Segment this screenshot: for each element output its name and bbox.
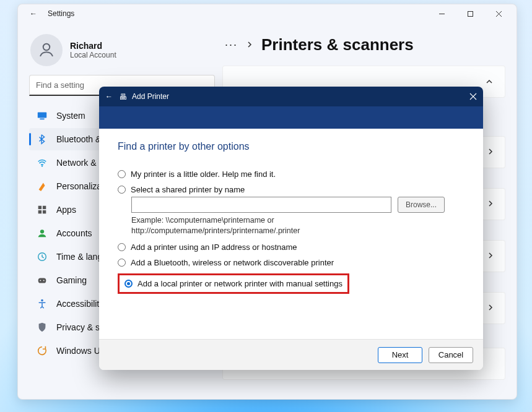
account-sub: Local Account [70,51,116,59]
minimize-button[interactable] [427,4,456,23]
back-button[interactable]: ← [27,9,40,18]
svg-point-17 [41,299,43,302]
dialog-active-bar [99,106,483,129]
account-name: Richard [70,41,116,51]
option-local-manual[interactable]: Add a local printer or network printer w… [124,279,342,288]
radio-icon[interactable] [118,259,126,267]
option-older-printer-label: My printer is a little older. Help me fi… [131,170,276,179]
dialog-footer: Next Cancel [99,339,483,370]
titlebar: ← Settings [18,4,517,23]
sidebar-item-label: System [56,111,85,121]
bluetooth-icon [37,134,48,145]
dialog-heading: Find a printer by other options [118,141,464,152]
svg-rect-6 [40,119,44,120]
next-button[interactable]: Next [378,347,422,363]
breadcrumb: ··· Printers & scanners [222,35,505,54]
window-title: Settings [48,9,74,18]
option-shared-printer-label: Select a shared printer by name [131,185,245,194]
svg-point-7 [41,165,43,166]
chevron-right-icon [487,199,494,209]
personal-icon [37,181,48,192]
option-shared-printer[interactable]: Select a shared printer by name [118,185,464,194]
svg-rect-5 [38,113,46,118]
sidebar-item-label: Network & i [56,158,101,168]
sidebar-item-label: Privacy & se [56,322,105,332]
shared-example-text: Example: \\computername\printername or h… [131,215,464,236]
maximize-button[interactable] [456,4,484,23]
option-bluetooth-wireless[interactable]: Add a Bluetooth, wireless or network dis… [118,258,464,267]
svg-rect-1 [468,11,473,16]
avatar [30,34,63,66]
option-local-manual-label: Add a local printer or network printer w… [137,279,342,288]
option-ip-address-label: Add a printer using an IP address or hos… [131,242,297,252]
option-bluetooth-wireless-label: Add a Bluetooth, wireless or network dis… [131,258,334,267]
time-icon [37,251,48,262]
chevron-right-icon [246,40,253,51]
radio-icon[interactable] [118,170,126,178]
svg-point-4 [43,44,50,51]
dialog-back-button[interactable]: ← [105,92,113,101]
svg-point-12 [40,230,44,233]
access-icon [37,298,48,309]
apps-icon [37,204,48,215]
close-button[interactable] [484,4,513,23]
breadcrumb-more[interactable]: ··· [225,38,238,51]
highlighted-option: Add a local printer or network printer w… [118,273,349,294]
account-block[interactable]: Richard Local Account [29,29,215,75]
search-placeholder: Find a setting [36,80,84,90]
dialog-titlebar: ← 🖶 Add Printer [99,87,483,106]
svg-point-16 [43,280,45,281]
browse-button[interactable]: Browse... [398,197,445,213]
cancel-button[interactable]: Cancel [429,347,473,363]
accounts-icon [37,228,48,239]
sidebar-item-label: Accessibility [56,299,103,309]
dialog-close-button[interactable] [463,87,483,106]
radio-icon[interactable] [124,280,133,288]
wifi-icon [37,157,48,168]
radio-icon[interactable] [118,243,126,251]
svg-rect-10 [38,210,41,213]
dialog-body: Find a printer by other options My print… [99,129,483,339]
dialog-title: Add Printer [132,92,169,101]
add-printer-dialog: ← 🖶 Add Printer Find a printer by other … [99,87,483,370]
svg-rect-11 [43,210,46,213]
svg-point-15 [40,280,41,281]
sidebar-item-label: Bluetooth & [56,134,101,144]
svg-rect-8 [38,206,41,209]
privacy-icon [37,322,48,333]
option-ip-address[interactable]: Add a printer using an IP address or hos… [118,242,464,252]
printer-icon: 🖶 [119,92,127,101]
radio-icon[interactable] [118,186,126,194]
chevron-right-icon [487,303,494,313]
sidebar-item-label: Gaming [56,275,87,285]
chevron-right-icon [487,251,494,261]
shared-printer-name-input[interactable] [131,197,391,213]
update-icon [37,345,48,356]
sidebar-item-label: Apps [56,205,76,215]
system-icon [37,110,48,121]
svg-rect-9 [43,206,46,209]
chevron-right-icon [487,147,494,157]
option-older-printer[interactable]: My printer is a little older. Help me fi… [118,170,464,179]
svg-rect-14 [38,278,46,283]
sidebar-item-label: Accounts [56,228,92,238]
page-title: Printers & scanners [261,35,414,54]
chevron-up-icon [485,77,494,86]
gaming-icon [37,275,48,286]
